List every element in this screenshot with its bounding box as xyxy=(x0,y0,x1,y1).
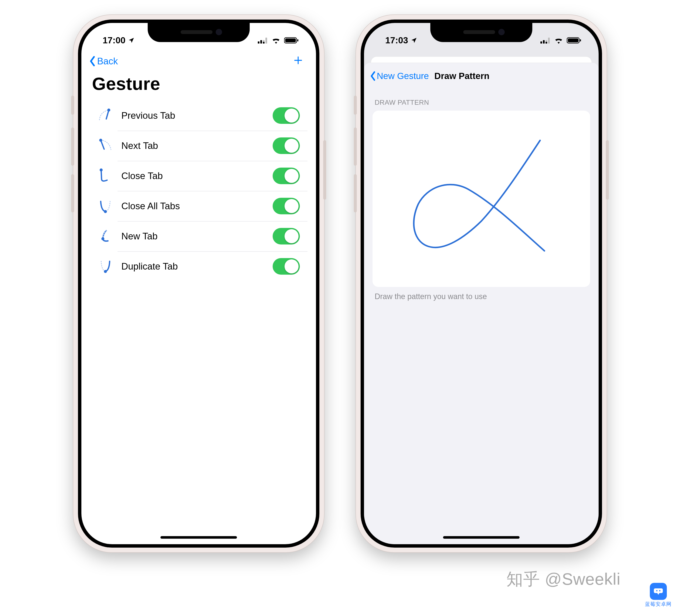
svg-point-22 xyxy=(656,590,657,591)
power-button xyxy=(606,140,609,200)
sheet-backdrop xyxy=(371,57,592,63)
home-indicator[interactable] xyxy=(443,536,519,539)
corner-badge: 蓝莓安卓网 xyxy=(645,583,672,608)
watermark-text: 知乎 @Sweekli xyxy=(506,568,621,590)
back-button[interactable]: New Gesture xyxy=(370,71,429,81)
row-new-tab[interactable]: New Tab xyxy=(90,221,308,251)
row-label: Previous Tab xyxy=(121,110,266,121)
row-label: Close Tab xyxy=(121,171,266,181)
gesture-duplicate-tab-icon xyxy=(96,257,115,276)
toggle-duplicate-tab[interactable] xyxy=(273,258,300,275)
svg-rect-18 xyxy=(548,38,550,43)
gesture-next-tab-icon xyxy=(96,136,115,155)
row-close-all-tabs[interactable]: Close All Tabs xyxy=(90,191,308,221)
gesture-new-tab-icon xyxy=(96,227,115,246)
svg-rect-14 xyxy=(540,41,542,43)
volume-down-button xyxy=(71,174,74,212)
toggle-close-all-tabs[interactable] xyxy=(273,198,300,214)
svg-point-11 xyxy=(104,210,107,213)
row-close-tab[interactable]: Close Tab xyxy=(90,161,308,191)
screen-left: 17:00 xyxy=(81,23,316,544)
row-label: New Tab xyxy=(121,231,266,241)
svg-rect-3 xyxy=(263,42,264,43)
nav-bar: Back xyxy=(81,51,316,70)
svg-rect-7 xyxy=(297,39,299,41)
gesture-close-all-tabs-icon xyxy=(96,197,115,215)
modal-sheet: New Gesture Draw Pattern DRAW PATTERN Dr… xyxy=(364,63,599,544)
sheet-title: Draw Pattern xyxy=(434,71,489,81)
wifi-icon xyxy=(554,37,563,44)
badge-text: 蓝莓安卓网 xyxy=(645,601,672,608)
gesture-list: Previous Tab Next Tab xyxy=(90,100,308,282)
cellular-icon xyxy=(540,37,550,43)
section-footer: Draw the pattern you want to use xyxy=(364,287,599,306)
svg-point-10 xyxy=(100,169,103,171)
mute-switch xyxy=(354,96,357,115)
home-indicator[interactable] xyxy=(161,536,237,539)
badge-logo-icon xyxy=(650,583,667,600)
svg-rect-21 xyxy=(580,39,581,41)
svg-rect-15 xyxy=(543,40,545,43)
svg-rect-6 xyxy=(285,38,296,42)
toggle-new-tab[interactable] xyxy=(273,228,300,244)
svg-rect-0 xyxy=(258,41,259,43)
location-icon xyxy=(128,37,135,44)
toggle-previous-tab[interactable] xyxy=(273,107,300,124)
power-button xyxy=(323,140,326,200)
back-label: Back xyxy=(97,56,118,66)
volume-up-button xyxy=(354,127,357,166)
cellular-icon xyxy=(258,37,268,43)
notch xyxy=(148,23,250,42)
drawn-gesture-path xyxy=(372,111,590,287)
chevron-left-icon xyxy=(370,71,376,81)
status-time: 17:03 xyxy=(385,35,408,46)
volume-down-button xyxy=(354,174,357,212)
page-title: Gesture xyxy=(81,70,316,100)
svg-point-12 xyxy=(102,237,104,240)
row-label: Next Tab xyxy=(121,140,266,151)
chevron-left-icon xyxy=(89,56,96,67)
wifi-icon xyxy=(272,37,281,44)
svg-point-9 xyxy=(99,139,102,142)
mute-switch xyxy=(71,96,74,115)
svg-rect-17 xyxy=(545,42,547,43)
gesture-close-tab-icon xyxy=(96,166,115,185)
svg-rect-4 xyxy=(265,38,267,43)
back-label: New Gesture xyxy=(377,71,429,81)
draw-pattern-canvas[interactable] xyxy=(372,111,590,287)
svg-point-13 xyxy=(104,270,107,273)
svg-rect-20 xyxy=(568,38,578,42)
add-button[interactable] xyxy=(293,55,305,67)
svg-rect-1 xyxy=(260,40,262,43)
row-next-tab[interactable]: Next Tab xyxy=(90,130,308,161)
row-label: Close All Tabs xyxy=(121,201,266,211)
svg-point-23 xyxy=(659,590,660,591)
plus-icon xyxy=(293,55,303,65)
section-header: DRAW PATTERN xyxy=(364,87,599,111)
phone-left: 17:00 xyxy=(73,15,324,552)
screen-right: 17:03 xyxy=(364,23,599,544)
toggle-next-tab[interactable] xyxy=(273,138,300,154)
row-label: Duplicate Tab xyxy=(121,261,266,272)
location-icon xyxy=(410,37,417,44)
status-time: 17:00 xyxy=(103,35,125,46)
row-duplicate-tab[interactable]: Duplicate Tab xyxy=(90,251,308,282)
battery-icon xyxy=(284,37,299,44)
volume-up-button xyxy=(71,127,74,166)
back-button[interactable]: Back xyxy=(89,56,118,67)
sheet-nav-bar: New Gesture Draw Pattern xyxy=(364,63,599,87)
battery-icon xyxy=(567,37,582,44)
svg-point-8 xyxy=(107,109,110,112)
notch xyxy=(430,23,532,42)
gesture-prev-tab-icon xyxy=(96,106,115,125)
toggle-close-tab[interactable] xyxy=(273,168,300,184)
phone-right: 17:03 xyxy=(356,15,607,552)
row-previous-tab[interactable]: Previous Tab xyxy=(90,100,308,130)
